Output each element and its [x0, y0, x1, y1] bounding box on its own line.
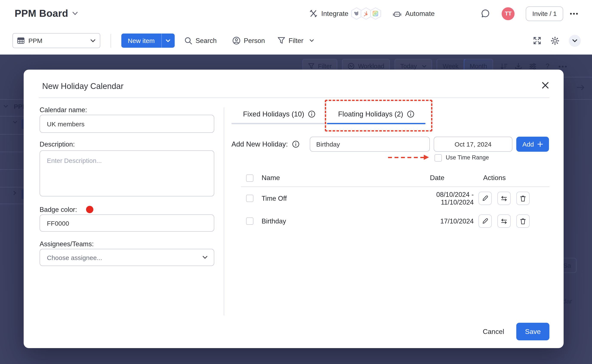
row-checkbox[interactable] [246, 195, 253, 202]
row-checkbox[interactable] [246, 217, 253, 225]
close-icon[interactable] [542, 82, 549, 89]
move-swap-button[interactable] [497, 214, 511, 228]
badge-color-swatch[interactable] [86, 206, 93, 213]
integrate-label: Integrate [321, 10, 348, 17]
move-swap-button[interactable] [497, 192, 511, 205]
trash-icon [520, 195, 526, 202]
tab-fixed-holidays[interactable]: Fixed Holidays (10) [232, 106, 327, 122]
table-header-row: Name Date Actions [241, 169, 549, 187]
header-row: PPM Board Integrate [0, 0, 592, 27]
new-holiday-calendar-modal: New Holiday Calendar Calendar name: Desc… [24, 70, 564, 348]
assignee-placeholder: Choose assignee... [47, 254, 102, 261]
table-row: Birthday 17/10/2024 [241, 210, 549, 233]
fixed-holidays-info-icon[interactable] [308, 110, 315, 117]
automate-label: Automate [405, 10, 435, 17]
select-all-checkbox[interactable] [246, 174, 253, 182]
board-title[interactable]: PPM Board [15, 8, 68, 19]
swap-arrows-icon [501, 218, 507, 224]
assignee-chevron-icon [202, 256, 208, 259]
chevron-down-icon [572, 39, 577, 42]
cancel-button[interactable]: Cancel [479, 323, 508, 340]
edit-button[interactable] [479, 214, 492, 228]
new-item-chevron[interactable] [161, 33, 174, 48]
calendar-name-label: Calendar name: [40, 106, 87, 114]
settings-gear-icon[interactable] [551, 36, 559, 45]
collapse-header-button[interactable] [569, 35, 581, 47]
bg-sort-icon [500, 63, 508, 69]
bg-partial-calendar-text: dar [563, 297, 572, 305]
board-toolbar: PPM New item Search Person [0, 27, 592, 55]
holiday-date: 08/10/2024 - 11/10/2024 [412, 191, 479, 206]
delete-button[interactable] [516, 192, 530, 205]
tutorial-arrow [388, 157, 424, 158]
holiday-date: 17/10/2024 [412, 217, 479, 225]
invite-button[interactable]: Invite / 1 [526, 6, 563, 21]
date-column-header: Date [412, 174, 479, 182]
bg-row-collapsed-chevron-icon [13, 191, 16, 195]
fullscreen-icon[interactable] [533, 37, 541, 45]
bg-arrow-right-icon [577, 84, 585, 91]
bg-export-icon [515, 63, 522, 70]
bg-today-chevron [422, 65, 426, 68]
view-selector[interactable]: PPM [13, 33, 100, 48]
bg-sliders-icon [529, 63, 537, 69]
add-holiday-info-icon[interactable] [292, 141, 299, 148]
table-view-icon [17, 37, 25, 44]
chat-icon[interactable] [481, 9, 490, 18]
integrate-icon [309, 9, 317, 18]
bg-help-button: ? [545, 62, 549, 70]
actions-column-header: Actions [479, 174, 531, 182]
view-name: PPM [28, 37, 42, 44]
search-label: Search [196, 37, 217, 45]
bg-workload-icon [348, 63, 354, 70]
bg-item-fragment [21, 189, 24, 199]
description-textarea[interactable] [40, 150, 214, 196]
filter-icon [278, 37, 285, 44]
adobe-cc-badge-icon[interactable] [370, 7, 381, 20]
badge-color-input[interactable] [40, 214, 214, 232]
integration-badges [351, 7, 381, 20]
search-icon [184, 37, 192, 45]
use-time-range-label: Use Time Range [446, 154, 489, 161]
use-time-range-checkbox[interactable] [434, 154, 442, 162]
delete-button[interactable] [516, 214, 530, 228]
edit-button[interactable] [479, 192, 492, 205]
view-chevron-icon [90, 39, 95, 42]
automate-button[interactable]: Automate [393, 10, 435, 17]
search-button[interactable]: Search [184, 37, 217, 45]
board-title-chevron-icon[interactable] [73, 12, 78, 15]
trash-icon [520, 218, 526, 225]
modal-title: New Holiday Calendar [42, 82, 123, 91]
filter-button[interactable]: Filter [278, 37, 314, 45]
description-label: Description: [40, 141, 75, 148]
holiday-name-input[interactable] [310, 137, 430, 152]
more-options-icon[interactable] [570, 13, 578, 14]
robot-icon [393, 10, 401, 17]
bg-more-icon: ••• [559, 63, 568, 70]
add-holiday-button[interactable]: Add [516, 137, 549, 152]
assignee-select[interactable]: Choose assignee... [40, 249, 214, 266]
tab-floating-holidays[interactable]: Floating Holidays (2) [327, 106, 426, 122]
floating-holidays-info-icon[interactable] [407, 110, 414, 117]
modal-column-divider [224, 107, 224, 315]
holidays-table: Name Date Actions Time Off 08/10/2024 - … [241, 169, 549, 233]
bg-row-chevron-icon [13, 121, 17, 124]
integrate-button[interactable]: Integrate [309, 9, 348, 18]
save-button[interactable]: Save [516, 323, 549, 340]
bg-group-chevron [3, 105, 8, 108]
person-filter-button[interactable]: Person [232, 37, 265, 45]
inactive-tab-underline [232, 123, 327, 124]
new-item-button[interactable]: New item [121, 33, 161, 48]
plus-icon [537, 141, 543, 147]
header-actions: Integrate Automate [309, 6, 578, 21]
calendar-name-input[interactable] [40, 115, 214, 133]
user-avatar[interactable]: TT [502, 7, 515, 20]
pencil-icon [482, 218, 488, 224]
holiday-date-input[interactable] [434, 137, 512, 152]
pencil-icon [482, 195, 488, 202]
modal-header-divider [39, 98, 549, 98]
bg-item-fragment [21, 119, 24, 129]
filter-chevron-icon [309, 39, 314, 42]
board-toolbar-right [533, 35, 581, 47]
assignees-label: Assignees/Teams: [40, 240, 94, 248]
